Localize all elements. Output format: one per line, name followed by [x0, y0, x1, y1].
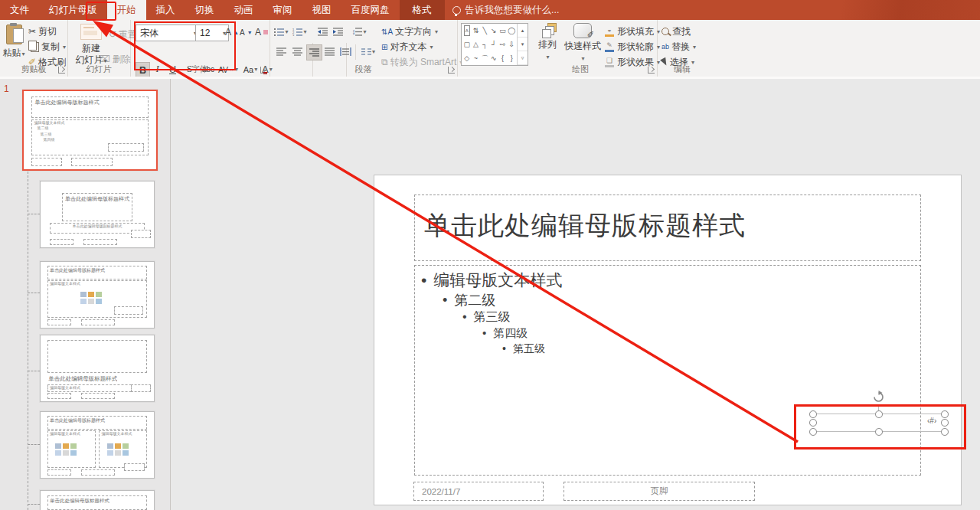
elbow-connector2-shape-icon[interactable]: ┘ [489, 38, 498, 51]
grow-font-button[interactable]: A▲ [225, 25, 239, 39]
tab-home-label: 开始 [117, 4, 136, 17]
layout-thumbnail-title-content[interactable]: 单击此处编辑母版标题样式 编辑母版文本样式 [40, 261, 155, 329]
tab-animations[interactable]: 动画 [224, 0, 263, 20]
tab-file[interactable]: 文件 [0, 0, 39, 20]
rotation-handle-icon[interactable] [872, 391, 885, 404]
arrange-button[interactable]: 排列▾ [533, 23, 562, 62]
shape-outline-button[interactable]: ✎ 形状轮廓▾ [604, 40, 660, 54]
layout-thumbnail-two-content[interactable]: 单击此处编辑母版标题样式 编辑母版文本样式 编辑母版文本样式 [40, 411, 155, 479]
vertical-text-box-shape-icon[interactable]: ⇅ [472, 24, 481, 38]
shapes-gallery[interactable]: A ⇅ ╲ ↘ ▭ ◯ ▢ △ ┐ ┘ ⇨ ⇩ ◇ ~ ⌒ ∿ { } ▴ [461, 23, 528, 66]
paragraph-group: ▾ 123▾ ↕ ▾ ▾ [270, 20, 458, 77]
copy-dropdown-icon[interactable]: ▾ [63, 44, 66, 51]
rounded-rectangle-shape-icon[interactable]: ▢ [462, 38, 472, 51]
diamond-shape-icon[interactable]: ◇ [462, 51, 472, 65]
horizontal-resize-cursor-icon: ‹#› [927, 417, 936, 425]
distribute-button[interactable] [338, 44, 353, 59]
resize-handle-bottom-center[interactable] [875, 428, 883, 436]
line-spacing-button[interactable]: ↕ ▾ [349, 25, 369, 39]
master-title-placeholder[interactable]: 单击此处编辑母版标题样式 [414, 195, 921, 261]
right-brace-shape-icon[interactable]: } [507, 51, 516, 65]
paragraph-dialog-launcher-icon[interactable] [448, 67, 455, 74]
footer-placeholder[interactable]: 页脚 [564, 482, 755, 501]
shrink-font-button[interactable]: A▼ [240, 25, 253, 39]
drawing-dialog-launcher-icon[interactable] [648, 67, 655, 74]
bullets-button[interactable]: ▾ [274, 25, 289, 39]
tab-insert[interactable]: 插入 [146, 0, 185, 20]
line-shape-icon[interactable]: ╲ [480, 24, 489, 38]
cut-button[interactable]: ✂ 剪切 [28, 25, 57, 38]
triangle-shape-icon[interactable]: △ [472, 38, 481, 51]
align-center-button[interactable] [290, 44, 305, 59]
footer-text: 页脚 [651, 485, 668, 497]
elbow-connector-shape-icon[interactable]: ┐ [480, 38, 489, 51]
align-text-label: 对齐文本 [390, 41, 426, 54]
layout-thumbnail-comparison[interactable]: 单击此处编辑母版标题样式 编辑母版文本样式 编辑母版文本样式 [40, 490, 155, 510]
text-box-shape-icon[interactable]: A [464, 25, 470, 36]
resize-handle-top-left[interactable] [809, 410, 817, 418]
date-placeholder[interactable]: 2022/11/7 [413, 482, 544, 501]
numbering-button[interactable]: 123▾ [292, 25, 307, 39]
master-slide-thumbnail[interactable]: 单击此处编辑母版标题样式 编辑母版文本样式 第二级 第三级 第四级 [22, 90, 158, 171]
resize-handle-mid-left[interactable] [809, 419, 817, 427]
align-text-button[interactable]: ⊞ 对齐文本▾ [381, 40, 433, 54]
paste-label: 粘贴 [2, 47, 21, 58]
shapes-scroll-up-icon[interactable]: ▴ [518, 24, 528, 38]
font-name-combo[interactable]: 宋体▾ [136, 25, 200, 41]
justify-button[interactable] [322, 44, 337, 59]
thumb-date-placeholder [47, 469, 72, 476]
slide-thumbnail-panel[interactable]: 1 单击此处编辑母版标题样式 编辑母版文本样式 第二级 第三级 第四级 单 [0, 79, 171, 510]
text-direction-button[interactable]: ⇅A 文字方向▾ [381, 25, 438, 38]
arc-shape-icon[interactable]: ⌒ [480, 51, 489, 65]
paste-dropdown-icon[interactable]: ▾ [21, 51, 24, 57]
bullet-level-2: 第二级 [443, 291, 495, 309]
resize-handle-bottom-left[interactable] [809, 428, 817, 436]
tab-baidu-netdisk[interactable]: 百度网盘 [341, 0, 400, 20]
shapes-scroll-down-icon[interactable]: ▾ [518, 38, 528, 51]
slide-editing-canvas[interactable]: 单击此处编辑母版标题样式 编辑母版文本样式 第二级 第三级 第四级 第五级 20… [170, 79, 980, 510]
resize-handle-top-right[interactable] [941, 410, 949, 418]
shapes-more-icon[interactable]: ▿ [518, 51, 528, 65]
right-arrow-shape-icon[interactable]: ⇨ [498, 38, 508, 51]
tab-slide-master[interactable]: 幻灯片母版 [39, 0, 107, 20]
align-left-button[interactable] [274, 44, 289, 59]
curve-shape-icon[interactable]: ∿ [489, 51, 498, 65]
shape-outline-label: 形状轮廓 [617, 41, 654, 54]
layout-thumbnail-title-slide[interactable]: 单击此处编辑母版标题样式 单击此处编辑母版副标题样式 [40, 181, 155, 248]
text-direction-icon: ⇅A [381, 28, 393, 36]
font-dialog-launcher-icon[interactable] [260, 67, 267, 74]
tab-review[interactable]: 审阅 [263, 0, 302, 20]
rectangle-shape-icon[interactable]: ▭ [498, 24, 508, 38]
oval-shape-icon[interactable]: ◯ [507, 24, 516, 38]
down-arrow-shape-icon[interactable]: ⇩ [507, 38, 516, 51]
slide-master-editing-surface[interactable]: 单击此处编辑母版标题样式 编辑母版文本样式 第二级 第三级 第四级 第五级 20… [374, 175, 962, 505]
resize-handle-top-center[interactable] [875, 410, 883, 418]
align-center-icon [292, 47, 302, 56]
shape-fill-button[interactable]: ◒ 形状填充▾ [604, 25, 660, 38]
quick-styles-button[interactable]: 快速样式▾ [563, 23, 603, 64]
freeform-shape-icon[interactable]: ~ [472, 51, 481, 65]
replace-button[interactable]: ab 替换▾ [662, 40, 696, 54]
tab-home[interactable]: 开始 [107, 0, 146, 20]
tell-me-box[interactable]: 告诉我您想要做什么... [445, 0, 567, 20]
master-body-placeholder[interactable]: 编辑母版文本样式 第二级 第三级 第四级 第五级 [414, 265, 921, 476]
clipboard-dialog-launcher-icon[interactable] [58, 67, 65, 74]
resize-handle-mid-right[interactable] [941, 419, 949, 427]
align-right-button[interactable] [306, 44, 322, 60]
shapes-gallery-scrollbar[interactable]: ▴ ▾ ▿ [517, 24, 528, 65]
font-size-combo[interactable]: 12▾ [195, 25, 229, 41]
columns-button[interactable]: ▾ [358, 44, 378, 59]
layout-thumbnail-section-header[interactable]: 单击此处编辑母版标题样式 编辑母版文本样式 [40, 335, 155, 402]
tab-format[interactable]: 格式 [400, 0, 445, 20]
tab-transitions[interactable]: 切换 [185, 0, 224, 20]
workspace: 1 单击此处编辑母版标题样式 编辑母版文本样式 第二级 第三级 第四级 单 [0, 79, 980, 510]
left-brace-shape-icon[interactable]: { [498, 51, 508, 65]
copy-button[interactable]: 复制▾ [28, 40, 66, 54]
increase-indent-button[interactable] [331, 25, 345, 39]
tab-view[interactable]: 视图 [302, 0, 341, 20]
decrease-indent-button[interactable] [315, 25, 330, 39]
arrow-line-shape-icon[interactable]: ↘ [489, 24, 498, 38]
resize-handle-bottom-right[interactable] [941, 428, 949, 436]
find-button[interactable]: 查找 [662, 25, 691, 38]
clear-formatting-button[interactable]: A [255, 25, 268, 39]
